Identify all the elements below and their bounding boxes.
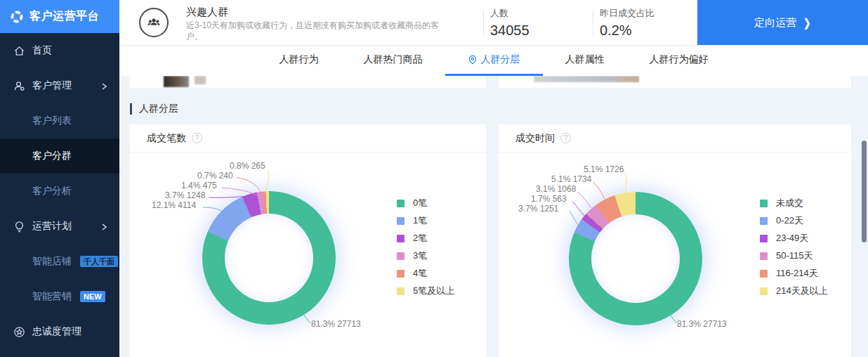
main-content: 人群分层 成交笔数 ? 0.8% 265 0.7% 240 1.4% 475 3… — [119, 76, 868, 357]
legend-item[interactable]: 0笔 — [397, 198, 454, 208]
vertical-scrollbar-thumb[interactable] — [862, 141, 867, 242]
tab-label: 人群热门商品 — [364, 53, 423, 66]
chart-title: 成交时间 — [515, 132, 555, 145]
sidebar-item-smart-marketing[interactable]: 智能营销 NEW — [0, 279, 119, 314]
legend-item[interactable]: 5笔及以上 — [397, 286, 454, 296]
legend-item[interactable]: 1笔 — [397, 216, 454, 226]
stat-people-count: 人数 34055 — [490, 7, 530, 39]
targeted-operation-button[interactable]: 定向运营 ❯ — [697, 0, 868, 45]
divider — [593, 10, 593, 37]
tab-label: 人群分层 — [481, 53, 520, 66]
sidebar-item-operation-plan[interactable]: 运营计划 — [0, 209, 119, 244]
card-header: 成交笔数 ? — [130, 124, 486, 152]
chevron-right-icon — [100, 222, 108, 231]
legend-item[interactable]: 3笔 — [397, 251, 454, 261]
legend-label: 116-214天 — [776, 267, 818, 280]
previous-section-card-remnant — [130, 76, 486, 88]
callout-label: 81.3% 27713 — [311, 319, 361, 329]
product-image-remnant — [195, 76, 206, 84]
stat-value: 0.2% — [600, 22, 655, 39]
tab-crowd-behavior[interactable]: 人群行为 — [257, 46, 341, 76]
sidebar-item-label: 客户分析 — [32, 185, 72, 197]
group-header: 兴趣人群 近3-10天有加购或收藏行为，且近期没有购买加购或者收藏商品的客户。 … — [119, 0, 868, 46]
donut-hole — [225, 214, 313, 302]
stat-label: 昨日成交占比 — [600, 7, 655, 20]
sidebar-item-home[interactable]: 首页 — [0, 33, 119, 68]
star-circle-icon — [13, 325, 25, 338]
callout-label: 1.7% 563 — [531, 194, 567, 204]
sidebar-item-label: 智能营销 — [32, 290, 72, 303]
tab-crowd-hot-products[interactable]: 人群热门商品 — [341, 46, 445, 76]
legend-label: 3笔 — [413, 249, 427, 262]
sidebar-item-label: 客户列表 — [32, 115, 72, 127]
app-title: 客户运营平台 — [29, 9, 99, 24]
button-label: 定向运营 — [754, 16, 796, 30]
callout-label: 3.1% 1068 — [536, 184, 576, 194]
chevron-right-icon — [100, 82, 108, 90]
tabbar: 人群行为 人群热门商品 人群分层 人群属性 人群行为偏好 — [119, 46, 868, 76]
sidebar-item-label: 客户管理 — [32, 79, 72, 92]
smart-store-badge: 千人千面 — [80, 256, 118, 267]
legend-swatch — [397, 217, 405, 225]
legend-item[interactable]: 23-49天 — [760, 233, 828, 243]
previous-section-card-remnant — [499, 76, 851, 88]
tab-crowd-attributes[interactable]: 人群属性 — [543, 46, 627, 76]
stat-value: 34055 — [490, 22, 530, 39]
tab-crowd-behavior-preference[interactable]: 人群行为偏好 — [627, 46, 731, 76]
lightbulb-icon — [13, 220, 25, 233]
help-icon[interactable]: ? — [560, 133, 571, 143]
stat-label: 人数 — [490, 7, 530, 20]
legend-item[interactable]: 0-22天 — [760, 216, 828, 226]
callout-label: 0.7% 240 — [197, 171, 233, 181]
sidebar-item-label: 忠诚度管理 — [32, 325, 81, 338]
legend-swatch — [760, 235, 768, 242]
tab-label: 人群属性 — [565, 53, 605, 66]
sidebar-item-smart-store[interactable]: 智能店铺 千人千面 — [0, 244, 119, 279]
help-icon[interactable]: ? — [192, 133, 202, 143]
user-icon — [13, 79, 25, 92]
tab-label: 人群行为偏好 — [650, 53, 709, 66]
callout-label: 3.7% 1251 — [518, 204, 558, 214]
sidebar-item-loyalty-mgmt[interactable]: 忠诚度管理 — [0, 314, 119, 349]
legend-label: 未成交 — [776, 197, 803, 209]
callout-label: 5.1% 1726 — [584, 164, 624, 174]
legend-swatch — [397, 270, 405, 278]
legend-label: 5笔及以上 — [413, 285, 454, 297]
legend-swatch — [760, 287, 768, 295]
legend-swatch — [397, 287, 405, 295]
logo-icon — [10, 10, 24, 24]
legend-swatch — [397, 200, 405, 207]
sidebar-item-customer-list[interactable]: 客户列表 — [0, 103, 119, 138]
new-badge: NEW — [80, 291, 105, 302]
legend-swatch — [397, 235, 405, 242]
legend-item[interactable]: 未成交 — [760, 198, 828, 208]
group-description: 近3-10天有加购或收藏行为，且近期没有购买加购或者收藏商品的客户。 — [186, 20, 453, 42]
app-logo: 客户运营平台 — [0, 0, 119, 33]
callout-label: 5.1% 1734 — [551, 174, 591, 184]
legend-swatch — [760, 252, 768, 260]
legend-item[interactable]: 2笔 — [397, 233, 454, 243]
divider — [483, 10, 484, 37]
sidebar-item-customer-segment[interactable]: 客户分群 — [0, 138, 119, 174]
section-title: 人群分层 — [139, 103, 178, 115]
legend-item[interactable]: 116-214天 — [760, 268, 828, 278]
sidebar-item-label: 运营计划 — [32, 220, 72, 233]
legend-item[interactable]: 50-115天 — [760, 251, 828, 261]
legend-label: 2笔 — [413, 232, 427, 245]
card-header: 成交时间 ? — [499, 124, 851, 152]
deal-time-chart-card: 成交时间 ? 5.1% 1726 5.1% 1734 3.1% 1068 1.7… — [499, 124, 851, 357]
sidebar-item-customer-analysis[interactable]: 客户分析 — [0, 174, 119, 209]
legend-item[interactable]: 4笔 — [397, 268, 454, 278]
tab-crowd-layering[interactable]: 人群分层 — [445, 46, 543, 76]
legend-swatch — [760, 270, 768, 278]
legend-label: 0-22天 — [776, 214, 803, 227]
sidebar-item-label: 智能店铺 — [32, 255, 72, 268]
product-image-remnant — [164, 76, 189, 87]
group-name: 兴趣人群 — [186, 6, 228, 19]
section-header: 人群分层 — [130, 103, 178, 115]
callout-label: 0.8% 265 — [230, 161, 265, 171]
legend-item[interactable]: 214天及以上 — [760, 286, 828, 296]
sidebar-item-customer-mgmt[interactable]: 客户管理 — [0, 68, 119, 103]
location-pin-icon — [468, 55, 478, 65]
legend-label: 0笔 — [413, 197, 427, 209]
